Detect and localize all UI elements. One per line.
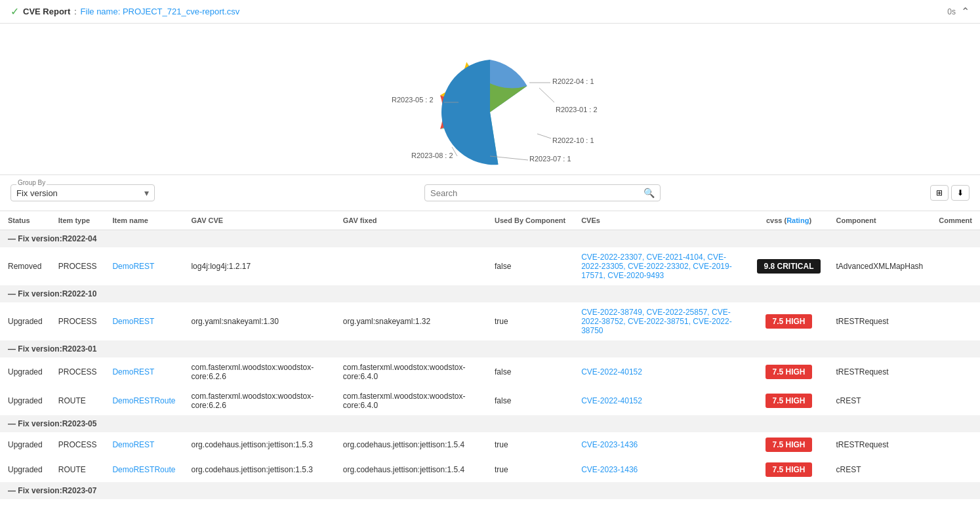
item-name-link[interactable]: DemoREST: [112, 317, 154, 326]
item-name-link[interactable]: DemoRESTRoute: [112, 465, 175, 474]
toolbar-icons: ⊞ ⬇: [930, 185, 970, 201]
table-row: Upgraded ROUTE DemoRESTRoute org.codehau…: [0, 457, 980, 482]
table-row: Upgraded PROCESS DemoREST com.fasterxml.…: [0, 357, 980, 386]
cell-gav-fixed: [335, 247, 487, 285]
group-dash: —: [8, 234, 18, 243]
cell-component: tRESTRequest: [828, 302, 931, 340]
download-button[interactable]: ⬇: [951, 185, 970, 201]
svg-line-2: [537, 134, 551, 138]
col-component: Component: [828, 211, 931, 230]
chevron-down-icon: ▾: [144, 188, 149, 198]
group-by-label: Group By: [16, 179, 47, 186]
cell-cvss: 9.8 CRITICAL: [749, 247, 828, 285]
cell-status: Upgraded: [0, 457, 51, 482]
cell-status: Upgraded: [0, 432, 51, 457]
rating-link[interactable]: Rating: [786, 216, 809, 224]
search-input[interactable]: [430, 188, 643, 198]
cell-item-type: ROUTE: [51, 386, 105, 415]
cell-status: Upgraded: [0, 386, 51, 415]
cell-gav-cve: org.codehaus.jettison:jettison:1.5.3: [183, 432, 335, 457]
cve-link[interactable]: CVE-2022-38749, CVE-2022-25857, CVE-2022…: [581, 308, 732, 335]
cell-item-type: PROCESS: [51, 247, 105, 285]
col-gav-cve: GAV CVE: [183, 211, 335, 230]
group-label: Fix version:R2023-05: [18, 419, 96, 428]
cell-comment: [931, 457, 980, 482]
cell-status: Upgraded: [0, 357, 51, 386]
columns-icon: ⊞: [936, 188, 943, 197]
cell-cvss: 7.5 HIGH: [749, 357, 828, 386]
cell-component: cREST: [828, 457, 931, 482]
pie-label-r2023-08: R2023-08 : 2: [411, 152, 453, 159]
cell-gav-cve: org.yaml:snakeyaml:1.30: [183, 302, 335, 340]
cell-cves: CVE-2022-23307, CVE-2021-4104, CVE-2022-…: [573, 247, 749, 285]
table-row: Upgraded ROUTE DemoRESTRoute com.fasterx…: [0, 386, 980, 415]
chart-area: R2022-04 : 1 R2023-01 : 2 R2022-10 : 1 R…: [0, 24, 980, 175]
cve-link[interactable]: CVE-2023-1436: [581, 440, 638, 449]
pie-label-r2022-04: R2022-04 : 1: [552, 77, 594, 85]
cve-link[interactable]: CVE-2023-1436: [581, 465, 638, 474]
cell-item-name: DemoRESTRoute: [104, 386, 183, 415]
search-icon[interactable]: 🔍: [643, 188, 655, 198]
cvss-badge: 7.5 HIGH: [766, 438, 811, 452]
cvss-badge: 7.5 HIGH: [766, 314, 811, 329]
filename-label: File name: PROJECT_721_cve-report.csv: [81, 7, 240, 16]
cell-used-by: true: [487, 457, 573, 482]
cell-item-type: ROUTE: [51, 457, 105, 482]
group-dash: —: [8, 289, 18, 298]
report-title: CVE Report: [23, 7, 70, 16]
item-name-link[interactable]: DemoREST: [112, 262, 154, 271]
cve-link[interactable]: CVE-2022-40152: [581, 396, 642, 405]
top-bar: ✓ CVE Report : File name: PROJECT_721_cv…: [0, 0, 980, 24]
pie-chart: R2022-04 : 1 R2023-01 : 2 R2022-10 : 1 R…: [352, 37, 628, 168]
cell-item-type: PROCESS: [51, 432, 105, 457]
cve-link[interactable]: CVE-2022-40152: [581, 367, 642, 377]
cell-used-by: false: [487, 247, 573, 285]
cell-gav-fixed: com.fasterxml.woodstox:woodstox-core:6.4…: [335, 386, 487, 415]
cell-item-name: DemoREST: [104, 357, 183, 386]
col-cves: CVEs: [573, 211, 749, 230]
top-bar-left: ✓ CVE Report : File name: PROJECT_721_cv…: [10, 5, 239, 18]
cell-used-by: true: [487, 302, 573, 340]
cvss-badge: 7.5 HIGH: [766, 394, 811, 408]
svg-line-1: [539, 88, 554, 102]
cell-comment: [931, 302, 980, 340]
pie-label-r2023-07: R2023-07 : 1: [529, 155, 571, 163]
cell-component: tRESTRequest: [828, 357, 931, 386]
col-gav-fixed: GAV fixed: [335, 211, 487, 230]
cell-status: Upgraded: [0, 302, 51, 340]
cell-cves: CVE-2022-40152: [573, 386, 749, 415]
cell-status: Removed: [0, 247, 51, 285]
pie-segment-r2023-05: [441, 60, 498, 165]
group-row: — Fix version:R2023-05: [0, 415, 980, 432]
cell-gav-fixed: org.yaml:snakeyaml:1.32: [335, 302, 487, 340]
cell-item-type: PROCESS: [51, 357, 105, 386]
group-row: — Fix version:R2022-10: [0, 285, 980, 302]
cell-comment: [931, 247, 980, 285]
item-name-link[interactable]: DemoRESTRoute: [112, 396, 175, 405]
table-row: Removed PROCESS DemoREST log4j:log4j:1.2…: [0, 247, 980, 285]
item-name-link[interactable]: DemoREST: [112, 367, 154, 377]
group-by-dropdown[interactable]: Group By Fix version ▾: [10, 184, 155, 201]
group-row: — Fix version:R2023-07: [0, 482, 980, 499]
group-label: Fix version:R2022-10: [18, 289, 96, 298]
item-name-link[interactable]: DemoREST: [112, 440, 154, 449]
cell-cves: CVE-2022-40152: [573, 357, 749, 386]
controls-area: Group By Fix version ▾ 🔍 ⊞ ⬇: [0, 175, 980, 211]
table-container: Status Item type Item name GAV CVE GAV f…: [0, 211, 980, 499]
cell-comment: [931, 357, 980, 386]
col-status: Status: [0, 211, 51, 230]
col-used-by: Used By Component: [487, 211, 573, 230]
cvss-badge: 9.8 CRITICAL: [757, 259, 820, 274]
cell-used-by: false: [487, 357, 573, 386]
cell-component: cREST: [828, 386, 931, 415]
table-body: — Fix version:R2022-04 Removed PROCESS D…: [0, 230, 980, 500]
cell-used-by: true: [487, 432, 573, 457]
cell-cvss: 7.5 HIGH: [749, 302, 828, 340]
cell-item-name: DemoREST: [104, 247, 183, 285]
columns-button[interactable]: ⊞: [930, 185, 949, 201]
cell-gav-fixed: org.codehaus.jettison:jettison:1.5.4: [335, 457, 487, 482]
cve-link[interactable]: CVE-2022-23307, CVE-2021-4104, CVE-2022-…: [581, 253, 732, 280]
collapse-button[interactable]: ⌃: [961, 5, 970, 18]
cell-gav-cve: org.codehaus.jettison:jettison:1.5.3: [183, 457, 335, 482]
cell-cves: CVE-2023-1436: [573, 432, 749, 457]
